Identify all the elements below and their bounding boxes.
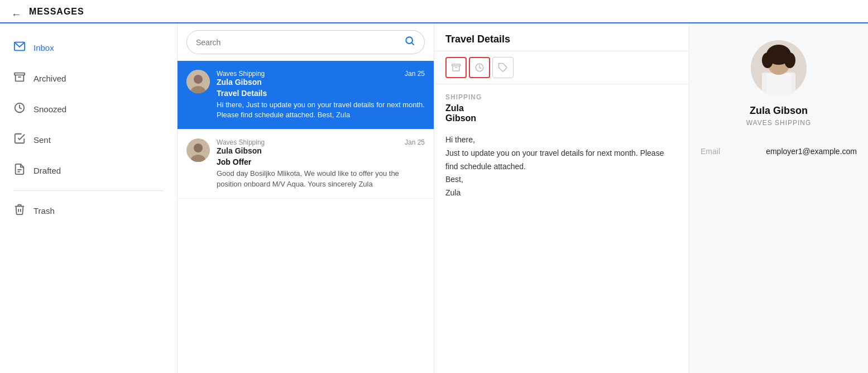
tag-action-button[interactable] [492,57,514,78]
sidebar: Inbox Archived Snoozed Sent Drafted [0,23,178,373]
contact-avatar [751,40,807,96]
contact-info: Email employer1@example.com [701,140,857,156]
svg-point-25 [768,46,790,59]
sidebar-item-snoozed[interactable]: Snoozed [0,94,177,125]
back-button[interactable]: ← [11,9,21,21]
sidebar-item-archived[interactable]: Archived [0,63,177,94]
detail-actions [434,51,689,84]
draft-icon [13,163,26,178]
email-label: Email [701,147,720,156]
msg-subject-2: Job Offer [217,157,425,166]
avatar-1 [186,70,210,93]
detail-body[interactable]: SHIPPING ZulaGibson Hi there, Just to up… [434,84,689,373]
clock-icon [13,102,26,117]
msg-sender-2: Zula Gibson [217,146,425,155]
search-input[interactable] [196,38,400,47]
archive-action-button[interactable] [445,57,467,78]
contact-name: Zula Gibson [750,105,808,117]
detail-shipping-label: SHIPPING [445,93,678,101]
msg-from-1: Waves Shipping [217,70,265,78]
archive-icon [13,71,26,86]
search-icon [404,35,415,49]
svg-point-9 [194,75,203,84]
page-title: MESSAGES [29,7,84,22]
svg-rect-20 [766,74,791,96]
sidebar-item-trash[interactable]: Trash [0,195,177,226]
sidebar-item-sent[interactable]: Sent [0,125,177,155]
msg-preview-2: Good day Bosiljko Mlikota, We would like… [217,169,425,189]
main-layout: Inbox Archived Snoozed Sent Drafted [0,23,868,373]
sidebar-item-label-archived: Archived [33,74,66,83]
message-list: Waves Shipping Jan 25 Zula Gibson Travel… [178,23,434,373]
detail-header: Travel Details [434,23,689,51]
msg-date-1: Jan 25 [405,70,425,78]
message-detail: Travel Details SHIPPING ZulaGibson Hi th… [434,23,689,373]
sent-icon [13,132,26,147]
detail-message-text: Hi there, Just to update you on your tra… [445,133,678,200]
svg-point-6 [406,37,413,44]
detail-sender-name: ZulaGibson [445,103,678,123]
sidebar-item-label-sent: Sent [33,135,51,145]
header: ← MESSAGES [0,0,868,23]
msg-preview-1: Hi there, Just to update you on your tra… [217,100,425,120]
svg-rect-14 [452,64,461,66]
msg-content-1: Waves Shipping Jan 25 Zula Gibson Travel… [217,70,425,120]
svg-rect-1 [15,73,25,75]
search-bar[interactable] [186,30,425,54]
sidebar-item-label-trash: Trash [33,206,55,216]
sidebar-item-label-snoozed: Snoozed [33,104,66,114]
sidebar-item-inbox[interactable]: Inbox [0,32,177,63]
snooze-action-button[interactable] [469,57,490,78]
detail-body-wrapper: SHIPPING ZulaGibson Hi there, Just to up… [434,84,689,373]
trash-icon [13,203,26,218]
message-item-2[interactable]: Waves Shipping Jan 25 Zula Gibson Job Of… [178,130,434,198]
msg-content-2: Waves Shipping Jan 25 Zula Gibson Job Of… [217,138,425,189]
msg-from-2: Waves Shipping [217,138,265,146]
sidebar-divider [13,190,164,191]
sidebar-item-label-drafted: Drafted [33,166,61,175]
contact-email-row: Email employer1@example.com [701,147,857,156]
msg-date-2: Jan 25 [405,138,425,146]
message-item-1[interactable]: Waves Shipping Jan 25 Zula Gibson Travel… [178,61,434,130]
inbox-icon [13,40,26,55]
detail-title: Travel Details [445,34,678,45]
email-value: employer1@example.com [766,147,857,156]
msg-sender-1: Zula Gibson [217,78,425,87]
svg-line-7 [412,43,414,45]
svg-point-12 [194,144,203,152]
avatar-2 [186,138,210,162]
sidebar-item-label-inbox: Inbox [33,43,54,52]
contact-panel: Zula Gibson WAVES SHIPPING Email employe… [689,23,868,373]
contact-company: WAVES SHIPPING [746,119,812,127]
msg-subject-1: Travel Details [217,89,425,98]
sidebar-item-drafted[interactable]: Drafted [0,155,177,186]
